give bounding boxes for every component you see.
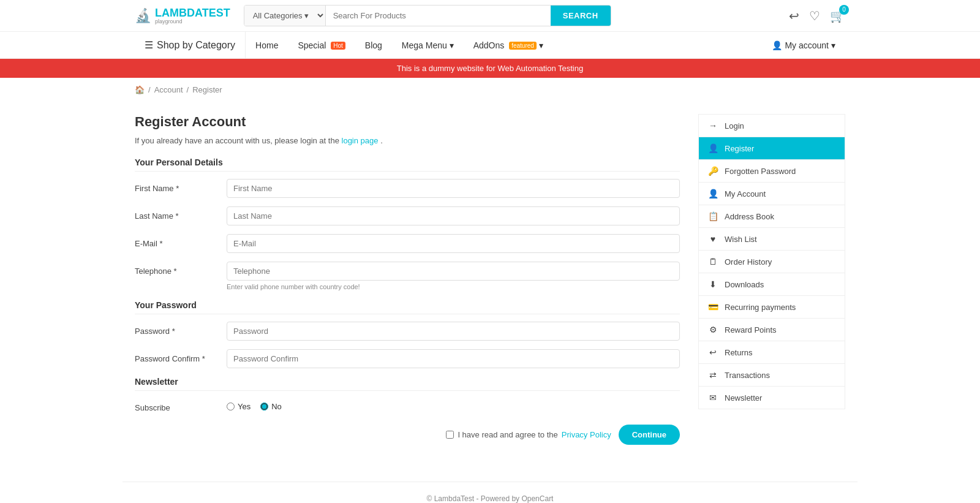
last-name-input[interactable]	[227, 206, 680, 225]
main-content: Register Account If you already have an …	[123, 102, 858, 457]
nav-blog[interactable]: Blog	[355, 33, 392, 58]
sidebar-item-transactions[interactable]: ⇄ Transactions	[698, 363, 845, 386]
nav-shop-by-category[interactable]: ☰ Shop by Category	[135, 32, 246, 58]
nav-mega-menu[interactable]: Mega Menu ▾	[392, 33, 464, 58]
search-button[interactable]: SEARCH	[551, 6, 611, 26]
newsletter-section: Newsletter Subscribe Yes No	[135, 377, 680, 412]
agree-checkbox[interactable]	[446, 431, 454, 439]
nav-special[interactable]: Special Hot	[288, 33, 355, 58]
category-select[interactable]: All Categories ▾	[244, 6, 326, 26]
cart-icon[interactable]: 🛒 0	[830, 9, 845, 23]
telephone-label: Telephone *	[135, 262, 227, 276]
subscribe-no-option[interactable]: No	[260, 402, 282, 411]
subscribe-yes-option[interactable]: Yes	[227, 402, 251, 411]
sidebar-item-login[interactable]: → Login	[698, 114, 845, 137]
order-history-icon: 🗒	[707, 257, 718, 267]
telephone-group: Telephone * Enter valid phone number wit…	[135, 262, 680, 290]
logo-icon: 🔬	[135, 8, 151, 24]
subscribe-radio-group: Yes No	[227, 398, 282, 411]
my-account-icon: 👤	[707, 189, 718, 199]
shop-category-label: Shop by Category	[157, 40, 235, 51]
search-bar: All Categories ▾ SEARCH	[244, 5, 611, 26]
address-book-icon: 📋	[707, 211, 718, 221]
hamburger-icon: ☰	[145, 39, 153, 51]
email-input[interactable]	[227, 234, 680, 253]
sidebar-item-my-account[interactable]: 👤 My Account	[698, 182, 845, 205]
sidebar-item-forgotten-password[interactable]: 🔑 Forgotten Password	[698, 159, 845, 182]
footer: © LambdaTest - Powered by OpenCart	[123, 482, 858, 503]
sidebar: → Login 👤 Register 🔑 Forgotten Password …	[698, 114, 845, 445]
recurring-payments-icon: 💳	[707, 302, 718, 312]
sidebar-item-downloads[interactable]: ⬇ Downloads	[698, 273, 845, 295]
sidebar-item-order-history[interactable]: 🗒 Order History	[698, 250, 845, 273]
header: 🔬 LAMBDATEST playground All Categories ▾…	[0, 0, 980, 32]
password-input[interactable]	[227, 322, 680, 341]
alert-bar: This is a dummy website for Web Automati…	[0, 59, 980, 78]
login-icon: →	[707, 121, 718, 130]
nav: ☰ Shop by Category Home Special Hot Blog…	[0, 32, 980, 59]
password-section-label: Your Password	[135, 300, 680, 314]
featured-badge: featured	[509, 42, 537, 50]
sidebar-item-wish-list[interactable]: ♥ Wish List	[698, 227, 845, 250]
newsletter-icon: ✉	[707, 393, 718, 403]
agree-label[interactable]: I have read and agree to the Privacy Pol…	[446, 430, 611, 439]
newsletter-label: Newsletter	[135, 377, 680, 391]
email-group: E-Mail *	[135, 234, 680, 253]
password-label: Password *	[135, 322, 227, 336]
cart-badge: 0	[839, 5, 849, 15]
header-icons: ↩ ♡ 🛒 0	[789, 9, 845, 23]
personal-details-label: Your Personal Details	[135, 157, 680, 172]
subscribe-group: Subscribe Yes No	[135, 398, 680, 412]
password-confirm-label: Password Confirm *	[135, 349, 227, 363]
sidebar-item-address-book[interactable]: 📋 Address Book	[698, 205, 845, 227]
breadcrumb-home[interactable]: 🏠	[135, 85, 145, 94]
login-link[interactable]: login page	[342, 136, 379, 145]
logo-sub: playground	[155, 18, 230, 25]
special-badge: Hot	[331, 42, 345, 50]
sidebar-item-newsletter[interactable]: ✉ Newsletter	[698, 386, 845, 409]
page-title: Register Account	[135, 114, 680, 130]
telephone-input[interactable]	[227, 262, 680, 281]
subscribe-yes-radio[interactable]	[227, 403, 235, 410]
register-form-section: Register Account If you already have an …	[135, 114, 680, 445]
reward-points-icon: ⚙	[707, 325, 718, 335]
returns-icon: ↩	[707, 347, 718, 357]
password-confirm-input[interactable]	[227, 349, 680, 368]
agree-row: I have read and agree to the Privacy Pol…	[135, 425, 680, 445]
wish-list-icon: ♥	[707, 234, 718, 244]
breadcrumb-register: Register	[192, 85, 222, 94]
breadcrumb: 🏠 / Account / Register	[123, 85, 858, 94]
search-input[interactable]	[326, 6, 551, 26]
downloads-icon: ⬇	[707, 279, 718, 289]
privacy-policy-link[interactable]: Privacy Policy	[562, 430, 611, 439]
password-confirm-group: Password Confirm *	[135, 349, 680, 368]
last-name-label: Last Name *	[135, 206, 227, 221]
sidebar-item-recurring-payments[interactable]: 💳 Recurring payments	[698, 295, 845, 318]
password-group: Password *	[135, 322, 680, 341]
sidebar-item-register[interactable]: 👤 Register	[698, 137, 845, 159]
nav-my-account[interactable]: 👤 My account ▾	[762, 33, 845, 58]
logo-name: LAMBDATEST	[155, 7, 230, 19]
subscribe-label: Subscribe	[135, 398, 227, 412]
sidebar-item-returns[interactable]: ↩ Returns	[698, 341, 845, 363]
logo[interactable]: 🔬 LAMBDATEST playground	[135, 7, 230, 25]
login-prompt: If you already have an account with us, …	[135, 136, 680, 145]
register-icon: 👤	[707, 143, 718, 153]
last-name-group: Last Name *	[135, 206, 680, 225]
breadcrumb-account[interactable]: Account	[154, 85, 183, 94]
footer-text: © LambdaTest - Powered by OpenCart	[427, 494, 554, 503]
email-label: E-Mail *	[135, 234, 227, 248]
first-name-input[interactable]	[227, 179, 680, 198]
sidebar-item-reward-points[interactable]: ⚙ Reward Points	[698, 318, 845, 341]
back-icon[interactable]: ↩	[789, 9, 799, 23]
transactions-icon: ⇄	[707, 370, 718, 380]
nav-addons[interactable]: AddOns featured ▾	[464, 33, 553, 58]
account-icon: 👤	[772, 40, 782, 50]
subscribe-no-radio[interactable]	[260, 403, 268, 410]
nav-links: Home Special Hot Blog Mega Menu ▾ AddOns…	[246, 33, 762, 58]
continue-button[interactable]: Continue	[619, 425, 680, 445]
nav-home[interactable]: Home	[246, 33, 288, 58]
first-name-label: First Name *	[135, 179, 227, 193]
first-name-group: First Name *	[135, 179, 680, 198]
wishlist-icon[interactable]: ♡	[809, 9, 820, 23]
